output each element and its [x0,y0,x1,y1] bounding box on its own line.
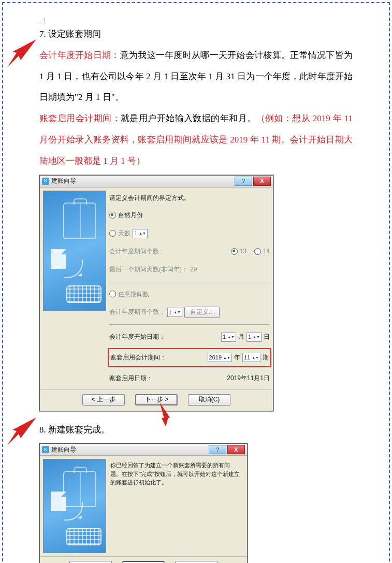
spinner-arrows-icon: ▲▼ [227,336,235,338]
custom-button[interactable]: 自定义... [184,307,220,318]
field-label: 会计年度开始日期： [109,329,165,344]
spinner-value: 1 [134,226,137,240]
spinner-value: 2019 [209,351,222,364]
help-button[interactable]: ? [209,445,226,454]
app-icon [42,178,49,185]
custom-periods-row: 会计年度期间个数： 1 ▲▼ 自定义... [109,304,270,320]
option-label: 自然月份 [118,208,143,223]
field-value: 29 [190,262,197,277]
enable-period-spinner[interactable]: 11 ▲▼ [242,353,260,362]
svg-marker-0 [7,39,36,67]
option-natural-month[interactable]: 自然月份 [109,207,270,223]
option-13: 13 [240,244,246,259]
spinner-arrows-icon: ▲▼ [253,336,260,338]
fiscal-start-date-row: 会计年度开始日期： 1 ▲▼ 月 1 ▲▼ 日 [109,329,270,345]
paragraph: 会计年度开始日期：意为我这一年度时从哪一天开始会计核算。正常情况下皆为 1 月 … [39,45,353,108]
radio-icon[interactable] [254,248,261,255]
wizard-illustration [43,191,106,311]
option-14: 14 [263,244,270,259]
titlebar: 建账向导 ? X [40,176,273,187]
spinner-arrows-icon: ▲▼ [173,311,181,313]
unit-year: 年 [234,350,240,365]
paragraph-text: 就是用户开始输入数据的年和月。 [121,113,256,123]
window-title: 建账向导 [51,174,234,189]
spinner-value: 1 [169,306,172,319]
section-8-title: 8. 新建账套完成。 [39,420,353,441]
completion-message: 你已经回答了为建立一个新账套所需要的所有问题。在按下"完成"按钮后，就可以开始对… [109,459,244,487]
app-icon [42,446,49,453]
section-heading: 设定账套期间 [48,29,101,39]
radio-icon [109,230,116,237]
term-label: 账套启用会计期间： [39,113,121,123]
prev-button[interactable]: < 上一步 [69,561,112,563]
spinner-arrows-icon: ▲▼ [139,232,146,235]
svg-marker-2 [7,417,36,445]
prev-button[interactable]: < 上一步 [82,394,125,406]
enable-year-spinner[interactable]: 2019 ▲▼ [208,353,232,362]
section-heading: 新建账套完成。 [48,425,110,435]
option-days[interactable]: 天数 1 ▲▼ [109,225,270,241]
content-area: 7. 设定账套期间 会计年度开始日期：意为我这一年度时从哪一天开始会计核算。正常… [39,24,353,563]
finish-button[interactable]: 完成 [122,561,165,563]
help-button[interactable]: ? [235,177,252,186]
radio-icon[interactable] [231,248,238,255]
spinner-arrows-icon: ▲▼ [223,356,230,359]
spinner-value: 1 [223,330,226,343]
last-period-days-row: 最后一个期间天数(非闰年)： 29 [109,262,270,278]
form-area: 你已经回答了为建立一个新账套所需要的所有问题。在按下"完成"按钮后，就可以开始对… [109,459,244,553]
days-spinner[interactable]: 1 ▲▼ [133,229,148,238]
enable-date-row: 账套启用日期： 2019年11月1日 [109,370,270,386]
radio-icon [109,212,116,219]
term-label: 会计年度开始日期： [39,50,120,60]
cancel-button[interactable]: 取消(C) [188,394,230,406]
form-intro: 请定义会计期间的界定方式。 [109,191,270,206]
wizard-dialog-finish: 建账向导 ? X 你已经回答了为建立一个新账套所需要的所有问题。在按下"完成"按… [39,443,248,563]
field-label: 会计年度期间个数： [109,305,165,320]
titlebar: 建账向导 ? X [40,444,247,456]
field-label: 会计年度期间个数： [109,244,165,259]
unit-month: 月 [238,329,244,344]
next-button[interactable]: 下一步 > [135,394,178,406]
annotation-arrow-icon [6,37,37,68]
section-number: 8. [39,425,46,435]
unit-period: 期 [263,350,269,365]
wizard-illustration [43,459,106,553]
field-label: 账套启用日期： [109,371,153,386]
wizard-dialog-period: 建账向导 ? X 请定义会计期间的界定方式。 自然月份 天数 [39,175,273,411]
close-button[interactable]: X [253,177,271,186]
form-area: 请定义会计期间的界定方式。 自然月份 天数 1 ▲▼ 会计 [109,191,270,386]
field-label: 账套启用会计期间： [110,350,166,365]
section-number: 7. [39,29,46,39]
field-label: 最后一个期间天数(非闰年)： [109,262,188,277]
dialog-footer: < 上一步 下一步 > 取消(C) [40,389,273,411]
radio-icon [109,291,116,297]
paragraph: 账套启用会计期间：就是用户开始输入数据的年和月。（例如：想从 2019 年 11… [39,108,353,171]
close-button[interactable]: X [227,445,245,454]
cancel-button[interactable]: 取消(C) [175,561,217,563]
field-value: 2019年11月1日 [227,371,270,386]
option-label: 天数 [118,226,130,241]
start-day-spinner[interactable]: 1 ▲▼ [246,333,262,342]
spinner-arrows-icon: ▲▼ [252,356,259,359]
section-7-title: 7. 设定账套期间 [39,24,353,45]
window-title: 建账向导 [51,442,208,457]
spinner-value: 1 [248,330,251,343]
option-label: 任意期间数 [118,287,149,302]
periods-spinner[interactable]: 1 ▲▼ [167,308,182,317]
start-month-spinner[interactable]: 1 ▲▼ [221,333,236,342]
spinner-value: 11 [244,351,250,364]
enable-period-row-highlight: 账套启用会计期间： 2019 ▲▼ 年 11 ▲▼ 期 [108,348,271,367]
option-custom-periods[interactable]: 任意期间数 [109,286,270,302]
unit-day: 日 [264,329,270,344]
page: 7. 设定账套期间 会计年度开始日期：意为我这一年度时从哪一天开始会计核算。正常… [2,2,390,563]
annotation-arrow-icon [6,415,37,446]
periods-count-row: 会计年度期间个数： 13 14 [109,243,270,259]
dialog-footer: < 上一步 完成 取消(C) [40,556,247,563]
